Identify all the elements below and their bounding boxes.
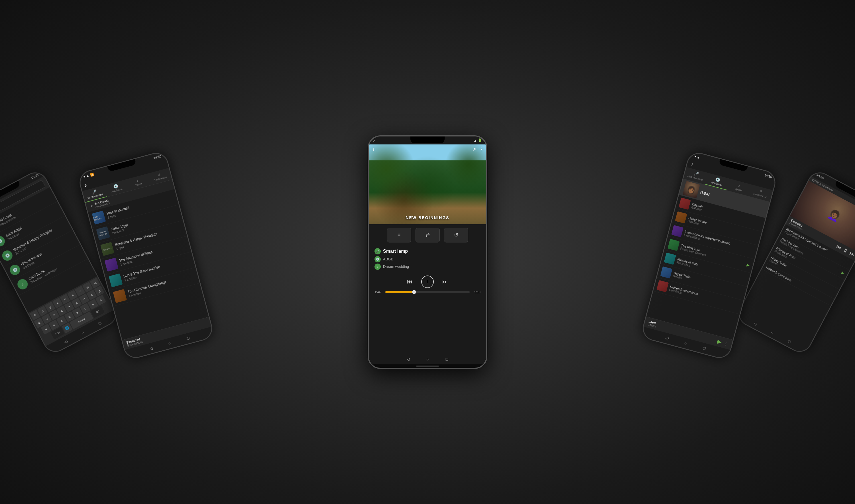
home-btn-rightmost[interactable]: ○ <box>769 329 776 336</box>
recent-btn-center[interactable]: □ <box>444 357 449 362</box>
signal-icons-right: ▼▲ <box>693 155 700 159</box>
song-thumb-2 <box>671 225 683 237</box>
album-label: NEW BEGINNINGS <box>406 215 449 220</box>
song-thumb-5 <box>660 266 673 278</box>
back-btn-left[interactable]: ◁ <box>148 345 154 351</box>
center-screen: NEW BEGINNINGS ♪ ↗ ⋮ ≡ ⇄ ↺ <box>369 144 486 354</box>
pause-btn[interactable]: ⏸ <box>421 275 434 288</box>
plants-overlay <box>369 144 486 224</box>
back-btn-center[interactable]: ◁ <box>406 357 411 362</box>
disc-icon-1: 💿 <box>0 249 14 263</box>
total-time: 5:10 <box>472 290 481 294</box>
recent-btn-rightmost[interactable]: □ <box>786 338 793 345</box>
progress-thumb <box>412 290 416 294</box>
playback-controls: ⏮ ⏸ ⏭ 1:44 5:10 <box>369 273 486 296</box>
shuffle-btn[interactable]: ⇄ <box>415 228 440 242</box>
album-thumb-4 <box>109 273 123 287</box>
artist-header-text: ITEAI <box>700 190 710 196</box>
music-note-center-status: ♪ <box>373 138 375 143</box>
recent-btn-leftmost[interactable]: □ <box>96 320 103 326</box>
prev-btn[interactable]: ⏮ <box>407 278 413 285</box>
recent-btn-right[interactable]: □ <box>701 345 707 351</box>
album-icon: ♪ <box>374 264 381 270</box>
album-top-actions: ↗ ⋮ <box>472 147 484 152</box>
sim-left: 📶 <box>89 172 94 177</box>
album-thumb-5 <box>113 289 127 303</box>
album-thumb-3 <box>105 257 119 271</box>
song-album-row: ♪ Dream wedding <box>374 264 481 270</box>
song-title: Smart lamp <box>383 249 408 254</box>
note-tab-icon: ♪ <box>136 178 139 183</box>
time-leftmost: 10:53 <box>31 173 39 180</box>
status-icons-center: ▲ 🔋 <box>474 139 482 142</box>
signal-left: ▼▲ <box>83 174 89 178</box>
mini-next-btn[interactable]: ⏭ <box>849 250 855 258</box>
repeat-btn[interactable]: ↺ <box>444 228 468 242</box>
song-title-row: 🎤 Smart lamp <box>374 248 481 254</box>
keyboard-lang: Русский <box>77 317 86 323</box>
album-art-center: NEW BEGINNINGS ♪ ↗ ⋮ <box>369 144 486 224</box>
home-indicator-center <box>416 365 439 367</box>
disc-tab-icon: 💿 <box>113 183 119 189</box>
home-btn-leftmost[interactable]: ○ <box>79 329 86 336</box>
time-right: 14:10 <box>764 173 773 179</box>
mini-pause-btn[interactable]: ⏸ <box>842 247 849 254</box>
music-note-left: ♪ <box>84 182 88 188</box>
progress-bar[interactable] <box>385 291 470 293</box>
signal-icons-left: ▼▲ 📶 <box>83 172 95 179</box>
album-thumb-1: SAND ANG EL <box>96 226 110 240</box>
np-play-icon-right[interactable]: ▶ <box>716 338 723 345</box>
song-album: Dream wedding <box>383 264 409 269</box>
back-btn-rightmost[interactable]: ◁ <box>752 320 759 326</box>
notch-center <box>410 137 445 143</box>
artist-icon: 💿 <box>374 256 381 263</box>
disc-icon-0: 💿 <box>0 234 6 248</box>
tab-tracks-label: Треки <box>135 182 142 186</box>
current-time: 1:44 <box>374 290 383 294</box>
share-icon[interactable]: ↗ <box>472 147 476 152</box>
album-thumb-0: SAND ANG EL <box>92 211 106 224</box>
home-btn-center[interactable]: ○ <box>425 357 430 362</box>
album-thumb-2: Sunshin.. <box>100 242 114 256</box>
next-btn[interactable]: ⏭ <box>442 278 448 285</box>
note-icon: ♪ <box>16 277 30 291</box>
more-icon-center[interactable]: ⋮ <box>479 147 484 152</box>
disc-icon-2: 💿 <box>8 263 22 277</box>
song-artist-row: 💿 ABGB <box>374 256 481 263</box>
recent-btn-left[interactable]: □ <box>185 335 191 341</box>
back-btn-right[interactable]: ◁ <box>664 335 670 341</box>
music-note-right: ♪ <box>690 161 694 167</box>
playlist-tab-icon: ≡ <box>157 172 161 177</box>
song-thumb-3 <box>667 239 680 251</box>
home-btn-left[interactable]: ○ <box>166 340 173 346</box>
song-thumb-1 <box>675 211 687 223</box>
playback-btns: ⏮ ⏸ ⏭ <box>374 275 481 288</box>
time-rightmost: 14:18 <box>816 173 824 180</box>
artist-avatar: 👩🏾 <box>682 181 700 198</box>
artist-portrait-icon: 👩🏾 <box>682 181 700 198</box>
phone-center: ♪ 11:01 ▲ 🔋 NEW BEGINNINGS ♪ <box>368 135 487 369</box>
home-btn-right[interactable]: ○ <box>682 340 689 346</box>
collapse-arrow[interactable]: ▼ <box>89 204 94 209</box>
phones-container: ▼ ▲ 10:53 ✕ 3rd 🎤 3 <box>29 17 826 487</box>
mini-prev-btn[interactable]: ⏮ <box>835 243 843 251</box>
progress-fill <box>385 291 414 293</box>
nav-bar-center: ◁ ○ □ <box>369 354 486 364</box>
control-buttons: ≡ ⇄ ↺ <box>369 224 486 246</box>
music-note-album: ♪ <box>372 147 375 153</box>
battery-center: 🔋 <box>478 139 482 142</box>
song-info-center: 🎤 Smart lamp 💿 ABGB ♪ Dream wedding <box>369 246 486 273</box>
song-thumb-6 <box>657 280 669 292</box>
song-title-icon: 🎤 <box>374 248 381 254</box>
back-btn-leftmost[interactable]: ◁ <box>62 338 69 345</box>
song-thumb-4 <box>664 252 676 265</box>
tab-right-tracks-label: Треки <box>735 187 742 192</box>
playlist-btn[interactable]: ≡ <box>387 228 411 242</box>
song-thumb-0 <box>679 197 691 210</box>
alley-scene <box>369 144 486 224</box>
progress-row: 1:44 5:10 <box>374 290 481 294</box>
wifi-center: ▲ <box>474 139 477 142</box>
song-artist: ABGB <box>383 257 393 261</box>
np-more-right[interactable]: ⋮ <box>723 340 729 346</box>
mic-tab-icon: 🎤 <box>91 189 97 195</box>
